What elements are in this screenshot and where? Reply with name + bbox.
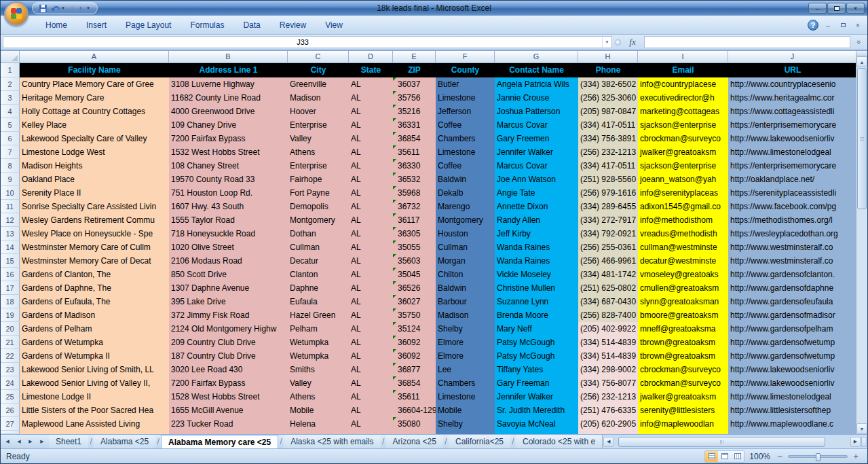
cell-A9[interactable]: Oakland Place (20, 173, 169, 186)
cell-B1[interactable]: Address Line 1 (169, 63, 288, 77)
row-header-17[interactable]: 17 (1, 281, 20, 295)
cell-D2[interactable]: AL (349, 77, 393, 91)
cell-J20[interactable]: http://www.gardensofpelham (728, 322, 857, 336)
cell-B24[interactable]: 7200 Fairfax Bypass (169, 376, 288, 390)
cell-E14[interactable]: 35055 (393, 240, 436, 254)
office-button[interactable] (4, 1, 29, 26)
cell-E4[interactable]: 35216 (393, 105, 436, 118)
cell-G18[interactable]: Suzanne Lynn (495, 295, 578, 308)
cell-B4[interactable]: 4000 Greenwood Drive (169, 105, 288, 118)
cell-E16[interactable]: 35045 (393, 268, 436, 281)
cell-E2[interactable]: 36037 (393, 77, 436, 91)
cell-E21[interactable]: 36092 (393, 336, 436, 349)
cell-F3[interactable]: Limestone (436, 91, 495, 105)
sheet-tab-4[interactable]: Alaska <25 with emails (284, 435, 380, 448)
cell-F8[interactable]: Coffee (436, 159, 495, 173)
cell-D22[interactable]: AL (349, 349, 393, 363)
column-header-G[interactable]: G (495, 51, 578, 63)
cell-J8[interactable]: https://enterprisememorycare (728, 159, 857, 173)
cell-J21[interactable]: http://www.gardensofwetump (728, 336, 857, 349)
cell-F6[interactable]: Chambers (436, 132, 495, 145)
cell-G22[interactable]: Patsy McGough (495, 349, 578, 363)
cell-C16[interactable]: Clanton (288, 268, 349, 281)
cell-H18[interactable]: (334) 687-0430 (578, 295, 638, 308)
cell-C17[interactable]: Daphne (288, 281, 349, 295)
cell-E6[interactable]: 36854 (393, 132, 436, 145)
insert-function-button[interactable]: fx (624, 37, 641, 48)
cell-I24[interactable]: cbrockman@surveyco (638, 376, 728, 390)
cell-F2[interactable]: Butler (436, 77, 495, 91)
row-header-3[interactable]: 3 (1, 91, 20, 105)
cell-F13[interactable]: Houston (436, 227, 495, 240)
cell-I23[interactable]: cbrockman@surveyco (638, 363, 728, 376)
cell-D18[interactable]: AL (349, 295, 393, 308)
cell-J9[interactable]: http://oaklandplace.net/ (728, 173, 857, 186)
cell-J19[interactable]: http://www.gardensofmadisor (728, 308, 857, 322)
cell-B10[interactable]: 751 Houston Loop Rd. (169, 186, 288, 200)
cell-G27[interactable]: Savoyia McNeal (495, 417, 578, 431)
row-header-10[interactable]: 10 (1, 186, 20, 200)
cell-B7[interactable]: 1532 West Hobbs Street (169, 145, 288, 159)
cell-J7[interactable]: http://www.limestonelodgeal (728, 145, 857, 159)
name-box-dropdown-icon[interactable]: ▼ (602, 37, 611, 48)
close-button[interactable]: × (846, 3, 865, 14)
cell-J26[interactable]: http://www.littlesistersofthep (728, 404, 857, 417)
cell-B2[interactable]: 3108 Luverne Highway (169, 77, 288, 91)
cell-F25[interactable]: Limestone (436, 390, 495, 404)
cell-B12[interactable]: 1555 Taylor Road (169, 213, 288, 227)
previous-sheet-button[interactable]: ◀ (14, 436, 24, 447)
cell-B6[interactable]: 7200 Fairfax Bypass (169, 132, 288, 145)
cell-D24[interactable]: AL (349, 376, 393, 390)
cell-D17[interactable]: AL (349, 281, 393, 295)
zoom-in-button[interactable]: + (851, 452, 861, 461)
cell-C27[interactable]: Helena (288, 417, 349, 431)
cell-A8[interactable]: Madison Heights (20, 159, 169, 173)
scroll-up-button[interactable]: ▲ (856, 56, 867, 67)
cell-I22[interactable]: tbrown@greatoaksm (638, 349, 728, 363)
column-header-H[interactable]: H (578, 51, 638, 63)
ribbon-tab-formulas[interactable]: Formulas (181, 16, 233, 34)
cell-D14[interactable]: AL (349, 240, 393, 254)
cell-G5[interactable]: Marcus Covar (495, 118, 578, 132)
sheet-tab-3[interactable]: Alabama Memory care <25 (161, 435, 278, 448)
cell-E8[interactable]: 36330 (393, 159, 436, 173)
ribbon-tab-insert[interactable]: Insert (77, 16, 116, 34)
cell-D1[interactable]: State (349, 63, 393, 77)
normal-view-button[interactable] (705, 451, 718, 462)
column-header-A[interactable]: A (20, 51, 169, 63)
cell-J16[interactable]: http://www.gardensofclanton. (728, 268, 857, 281)
cell-G25[interactable]: Jennifer Walker (495, 390, 578, 404)
cell-A22[interactable]: Gardens of Wetumpka II (20, 349, 169, 363)
next-sheet-button[interactable]: ▶ (25, 436, 36, 447)
cell-I10[interactable]: info@serenityplaceas (638, 186, 728, 200)
cell-B18[interactable]: 395 Lake Drive (169, 295, 288, 308)
cell-E24[interactable]: 36854 (393, 376, 436, 390)
cell-H16[interactable]: (334) 481-1742 (578, 268, 638, 281)
cell-E1[interactable]: ZIP (393, 63, 436, 77)
cell-C6[interactable]: Valley (288, 132, 349, 145)
workbook-close-button[interactable]: × (852, 20, 863, 30)
cell-E7[interactable]: 35611 (393, 145, 436, 159)
cell-E23[interactable]: 36877 (393, 363, 436, 376)
cell-B3[interactable]: 11682 County Line Road (169, 91, 288, 105)
cell-F1[interactable]: County (436, 63, 495, 77)
cell-H5[interactable]: (334) 417-0511 (578, 118, 638, 132)
row-header-12[interactable]: 12 (1, 213, 20, 227)
sheet-tab-5[interactable]: Arizona <25 (386, 435, 443, 448)
cell-B25[interactable]: 1528 West Hobbs Street (169, 390, 288, 404)
cell-H27[interactable]: (205) 620-2905 (578, 417, 638, 431)
cell-F21[interactable]: Elmore (436, 336, 495, 349)
cell-G23[interactable]: Tiffany Yates (495, 363, 578, 376)
cell-C24[interactable]: Valley (288, 376, 349, 390)
cell-G6[interactable]: Gary Freemen (495, 132, 578, 145)
cell-G12[interactable]: Randy Allen (495, 213, 578, 227)
cell-C22[interactable]: Wetumpka (288, 349, 349, 363)
row-header-16[interactable]: 16 (1, 268, 20, 281)
cell-A15[interactable]: Westminster Memory Care of Decat (20, 254, 169, 268)
sheet-tab-2[interactable]: Alabama <25 (94, 435, 155, 448)
cell-B22[interactable]: 187 Country Club Drive (169, 349, 288, 363)
cell-C25[interactable]: Athens (288, 390, 349, 404)
cell-D8[interactable]: AL (349, 159, 393, 173)
cell-C4[interactable]: Hoover (288, 105, 349, 118)
cell-I6[interactable]: cbrockman@surveyco (638, 132, 728, 145)
